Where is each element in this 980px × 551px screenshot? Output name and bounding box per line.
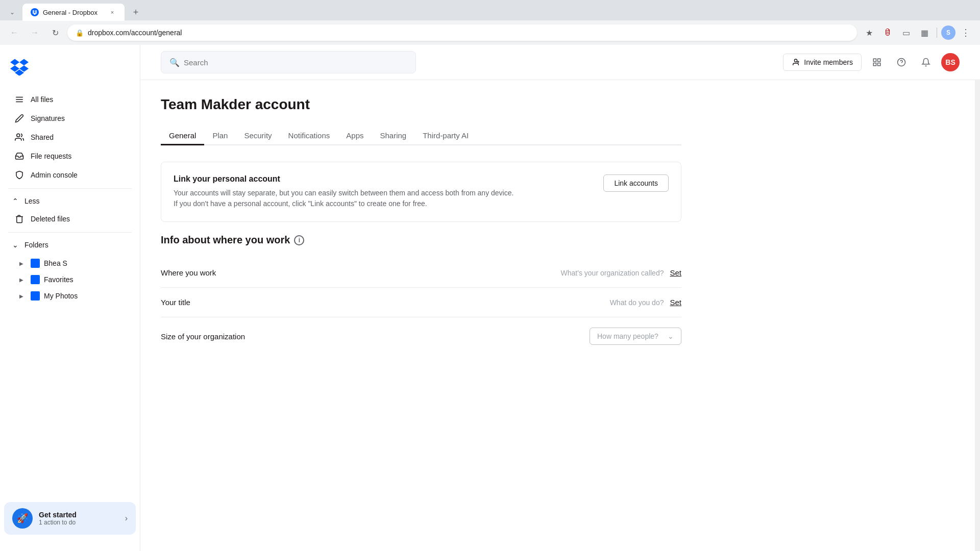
browser-profile-btn[interactable]: S: [941, 26, 955, 40]
tab-general[interactable]: General: [161, 127, 204, 145]
file-requests-icon: [14, 151, 24, 161]
invite-members-btn[interactable]: Invite members: [783, 54, 862, 71]
all-files-icon: [14, 94, 24, 105]
get-started-text: Get started 1 action to do: [39, 511, 119, 526]
get-started-subtitle: 1 action to do: [39, 519, 119, 526]
rocket-icon: 🚀: [12, 508, 33, 529]
link-accounts-btn[interactable]: Link accounts: [603, 174, 669, 192]
link-accounts-desc2: If you don't have a personal account, cl…: [174, 198, 591, 209]
sidebar-label-all-files: All files: [31, 95, 53, 104]
tab-security[interactable]: Security: [236, 127, 280, 145]
svg-rect-6: [873, 63, 876, 66]
folder-label-my-photos: My Photos: [44, 292, 78, 300]
chevron-right-icon-bhea: ▶: [16, 258, 27, 268]
sidebar-label-file-requests: File requests: [31, 152, 71, 160]
main-header: 🔍 Invite members BS: [140, 45, 980, 80]
admin-console-icon: [14, 170, 24, 180]
header-actions: Invite members BS: [783, 53, 960, 71]
folders-section: ▶ Bhea S ▶ Favorites ▶ My Photos: [0, 253, 140, 306]
dropbox-favicon: [31, 8, 39, 16]
where-you-work-set-btn[interactable]: Set: [670, 268, 681, 277]
tab-sharing[interactable]: Sharing: [372, 127, 415, 145]
new-tab-btn[interactable]: +: [129, 5, 143, 19]
sidebar-item-file-requests[interactable]: File requests: [4, 147, 136, 165]
help-icon: [897, 58, 906, 67]
user-avatar[interactable]: BS: [941, 53, 960, 71]
search-icon: 🔍: [169, 58, 180, 67]
link-accounts-title: Link your personal account: [174, 174, 591, 184]
info-section-header: Info about where you work i: [161, 234, 681, 246]
get-started-card[interactable]: 🚀 Get started 1 action to do ›: [4, 502, 136, 535]
search-input[interactable]: [184, 58, 407, 67]
link-accounts-section: Link your personal account Your accounts…: [161, 162, 681, 222]
tab-close-btn[interactable]: ×: [108, 8, 116, 16]
your-title-label: Your title: [161, 298, 190, 307]
invite-icon: [792, 58, 800, 66]
tab-notifications[interactable]: Notifications: [280, 127, 338, 145]
address-bar[interactable]: 🔒 dropbox.com/account/general: [67, 24, 857, 41]
chevron-right-icon-fav: ▶: [16, 274, 27, 285]
sidebar-divider-2: [8, 232, 132, 233]
forward-btn[interactable]: →: [27, 24, 43, 41]
your-title-row: Your title What do you do? Set: [161, 288, 681, 317]
reload-btn[interactable]: ↻: [47, 24, 63, 41]
sidebar-less-label: Less: [24, 197, 40, 205]
tab-apps[interactable]: Apps: [338, 127, 372, 145]
chevron-down-icon: ⌃: [10, 196, 20, 206]
svg-rect-5: [878, 59, 880, 61]
tab-plan[interactable]: Plan: [204, 127, 236, 145]
folder-item-favorites[interactable]: ▶ Favorites: [0, 271, 140, 288]
tab-overflow-btn[interactable]: ⌄: [6, 6, 18, 18]
info-tooltip-icon[interactable]: i: [294, 235, 304, 245]
sidebar-label-admin-console: Admin console: [31, 171, 78, 179]
extensions-btn[interactable]: 🛢: [879, 24, 896, 41]
toolbar-divider: [937, 28, 937, 38]
back-btn[interactable]: ←: [6, 24, 22, 41]
browser-title-bar: ⌄ General - Dropbox × +: [0, 0, 980, 20]
where-you-work-row: Where you work What's your organization …: [161, 258, 681, 288]
where-you-work-placeholder: What's your organization called?: [561, 269, 664, 277]
your-title-placeholder: What do you do?: [610, 298, 664, 307]
your-title-set-btn[interactable]: Set: [670, 298, 681, 307]
search-bar[interactable]: 🔍: [161, 51, 416, 73]
org-size-label: Size of your organization: [161, 332, 245, 341]
org-size-dropdown[interactable]: How many people? ⌄: [590, 328, 681, 345]
where-you-work-label: Where you work: [161, 268, 216, 277]
sidebar-folders-section[interactable]: ⌄ Folders: [0, 237, 140, 253]
info-section: Info about where you work i Where you wo…: [161, 234, 681, 355]
sidebar-item-signatures[interactable]: Signatures: [4, 109, 136, 128]
your-title-value: What do you do? Set: [610, 298, 681, 307]
sidebar-item-shared[interactable]: Shared: [4, 128, 136, 146]
sidebar-logo[interactable]: [0, 53, 140, 90]
cast-btn[interactable]: ▭: [898, 24, 914, 41]
signatures-icon: [14, 113, 24, 123]
sidebar-less-section[interactable]: ⌃ Less: [0, 193, 140, 209]
org-size-dropdown-label: How many people?: [597, 332, 658, 340]
bell-icon-btn[interactable]: [917, 53, 935, 71]
bell-icon: [921, 58, 930, 67]
page-content: Team Makder account General Plan Securit…: [140, 80, 702, 371]
folder-item-bhea-s[interactable]: ▶ Bhea S: [0, 255, 140, 271]
help-icon-btn[interactable]: [892, 53, 911, 71]
sidebar-item-all-files[interactable]: All files: [4, 90, 136, 109]
grid-icon-btn[interactable]: [868, 53, 886, 71]
sidebar-item-admin-console[interactable]: Admin console: [4, 166, 136, 184]
folder-label-favorites: Favorites: [44, 276, 74, 284]
svg-rect-7: [878, 63, 880, 66]
browser-toolbar: ← → ↻ 🔒 dropbox.com/account/general ★ 🛢 …: [0, 20, 980, 45]
chevron-right-icon-photos: ▶: [16, 291, 27, 301]
sidebar-bottom: 🚀 Get started 1 action to do ›: [0, 494, 140, 543]
tab-third-party-ai[interactable]: Third-party AI: [414, 127, 477, 145]
folder-icon-favorites: [31, 275, 40, 284]
browser-tab-active[interactable]: General - Dropbox ×: [22, 4, 125, 21]
sidebar-divider-1: [8, 188, 132, 189]
deleted-files-icon: [14, 214, 24, 224]
browser-menu-btn[interactable]: ⋮: [958, 24, 974, 41]
scrollbar-track[interactable]: [975, 45, 980, 551]
org-size-value: How many people? ⌄: [590, 328, 681, 345]
bookmark-btn[interactable]: ★: [861, 24, 877, 41]
sidebar-item-deleted-files[interactable]: Deleted files: [4, 210, 136, 228]
window-switcher-btn[interactable]: ▦: [916, 24, 933, 41]
dropdown-chevron-icon: ⌄: [668, 332, 674, 340]
folder-item-my-photos[interactable]: ▶ My Photos: [0, 288, 140, 304]
